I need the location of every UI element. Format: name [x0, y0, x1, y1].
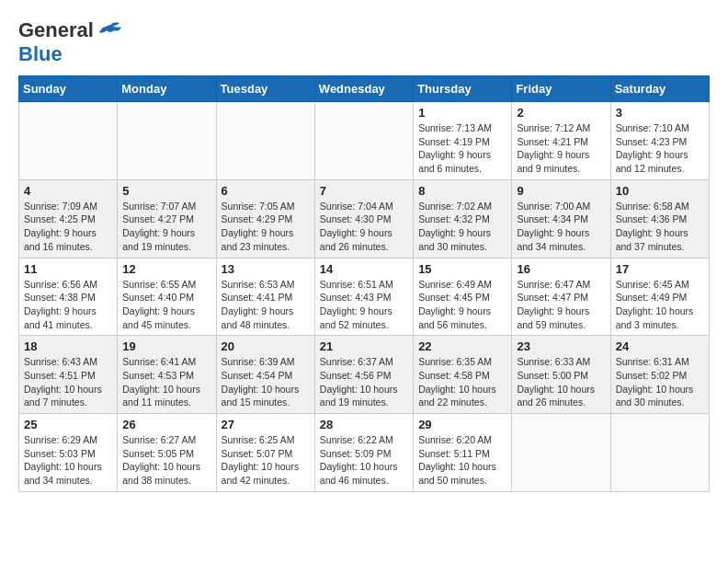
day-info: Sunrise: 6:45 AMSunset: 4:49 PMDaylight:…	[616, 278, 704, 332]
day-number: 18	[24, 339, 112, 353]
day-info: Sunrise: 7:09 AMSunset: 4:25 PMDaylight:…	[24, 200, 112, 254]
day-number: 29	[418, 418, 506, 431]
logo-bird-icon	[97, 21, 123, 40]
calendar-cell	[610, 414, 709, 492]
calendar-cell: 18Sunrise: 6:43 AMSunset: 4:51 PMDayligh…	[19, 336, 118, 414]
day-number: 24	[616, 339, 704, 353]
header-tuesday: Tuesday	[216, 76, 314, 102]
calendar-week-row: 25Sunrise: 6:29 AMSunset: 5:03 PMDayligh…	[19, 414, 710, 492]
day-number: 6	[222, 184, 310, 198]
day-number: 17	[616, 262, 704, 276]
day-info: Sunrise: 6:41 AMSunset: 4:53 PMDaylight:…	[122, 355, 210, 409]
calendar-cell: 13Sunrise: 6:53 AMSunset: 4:41 PMDayligh…	[216, 258, 314, 336]
day-number: 20	[222, 339, 310, 353]
logo: General Blue	[18, 18, 123, 66]
day-number: 19	[122, 339, 210, 353]
day-number: 21	[320, 339, 408, 353]
day-number: 9	[517, 184, 605, 198]
calendar-cell: 20Sunrise: 6:39 AMSunset: 4:54 PMDayligh…	[216, 336, 314, 414]
calendar-cell: 15Sunrise: 6:49 AMSunset: 4:45 PMDayligh…	[414, 258, 512, 336]
calendar-cell: 5Sunrise: 7:07 AMSunset: 4:27 PMDaylight…	[118, 179, 216, 258]
day-number: 15	[418, 262, 506, 276]
day-info: Sunrise: 6:47 AMSunset: 4:47 PMDaylight:…	[517, 278, 605, 332]
day-number: 3	[616, 106, 704, 120]
day-info: Sunrise: 6:29 AMSunset: 5:03 PMDaylight:…	[24, 433, 112, 488]
day-info: Sunrise: 6:53 AMSunset: 4:41 PMDaylight:…	[222, 278, 310, 332]
calendar-cell: 10Sunrise: 6:58 AMSunset: 4:36 PMDayligh…	[610, 179, 709, 258]
calendar-week-row: 11Sunrise: 6:56 AMSunset: 4:38 PMDayligh…	[19, 258, 710, 336]
calendar-cell: 17Sunrise: 6:45 AMSunset: 4:49 PMDayligh…	[610, 258, 709, 336]
header-sunday: Sunday	[19, 76, 118, 102]
calendar-cell: 19Sunrise: 6:41 AMSunset: 4:53 PMDayligh…	[118, 336, 216, 414]
day-info: Sunrise: 7:02 AMSunset: 4:32 PMDaylight:…	[418, 200, 506, 254]
calendar-cell: 11Sunrise: 6:56 AMSunset: 4:38 PMDayligh…	[19, 258, 118, 336]
calendar-cell	[512, 414, 610, 492]
logo-blue-text: Blue	[18, 42, 63, 65]
day-info: Sunrise: 7:00 AMSunset: 4:34 PMDaylight:…	[517, 200, 605, 254]
day-number: 16	[517, 262, 605, 276]
calendar-week-row: 1Sunrise: 7:13 AMSunset: 4:19 PMDaylight…	[19, 102, 710, 180]
day-number: 10	[616, 184, 704, 198]
day-info: Sunrise: 6:55 AMSunset: 4:40 PMDaylight:…	[122, 278, 210, 332]
calendar-cell: 3Sunrise: 7:10 AMSunset: 4:23 PMDaylight…	[610, 102, 709, 180]
calendar-cell: 22Sunrise: 6:35 AMSunset: 4:58 PMDayligh…	[414, 336, 512, 414]
calendar-cell: 6Sunrise: 7:05 AMSunset: 4:29 PMDaylight…	[216, 179, 314, 258]
day-number: 22	[418, 339, 506, 353]
day-info: Sunrise: 6:27 AMSunset: 5:05 PMDaylight:…	[122, 433, 210, 488]
day-info: Sunrise: 6:25 AMSunset: 5:07 PMDaylight:…	[222, 433, 310, 488]
logo-general-text: General	[18, 18, 94, 42]
day-number: 26	[122, 418, 210, 431]
header-friday: Friday	[512, 76, 610, 102]
day-info: Sunrise: 6:49 AMSunset: 4:45 PMDaylight:…	[418, 278, 506, 332]
day-info: Sunrise: 7:12 AMSunset: 4:21 PMDaylight:…	[517, 121, 605, 176]
day-number: 25	[24, 418, 112, 431]
day-info: Sunrise: 6:56 AMSunset: 4:38 PMDaylight:…	[24, 278, 112, 332]
day-number: 4	[24, 184, 112, 198]
day-info: Sunrise: 6:58 AMSunset: 4:36 PMDaylight:…	[616, 200, 704, 254]
day-info: Sunrise: 7:10 AMSunset: 4:23 PMDaylight:…	[616, 121, 704, 176]
header-wednesday: Wednesday	[314, 76, 413, 102]
calendar-cell: 23Sunrise: 6:33 AMSunset: 5:00 PMDayligh…	[512, 336, 610, 414]
calendar-cell	[314, 102, 413, 180]
calendar-table: SundayMondayTuesdayWednesdayThursdayFrid…	[18, 75, 710, 492]
calendar-cell: 7Sunrise: 7:04 AMSunset: 4:30 PMDaylight…	[314, 179, 413, 258]
calendar-cell: 26Sunrise: 6:27 AMSunset: 5:05 PMDayligh…	[118, 414, 216, 492]
day-number: 11	[24, 262, 112, 276]
day-number: 1	[418, 106, 506, 120]
day-number: 5	[122, 184, 210, 198]
day-info: Sunrise: 6:31 AMSunset: 5:02 PMDaylight:…	[616, 355, 704, 409]
calendar-cell	[216, 102, 314, 180]
day-info: Sunrise: 7:13 AMSunset: 4:19 PMDaylight:…	[418, 121, 506, 176]
calendar-cell: 24Sunrise: 6:31 AMSunset: 5:02 PMDayligh…	[610, 336, 709, 414]
page-header: General Blue	[18, 18, 710, 66]
calendar-cell	[118, 102, 216, 180]
header-thursday: Thursday	[414, 76, 512, 102]
day-info: Sunrise: 7:05 AMSunset: 4:29 PMDaylight:…	[222, 200, 310, 254]
day-number: 27	[222, 418, 310, 431]
calendar-cell: 27Sunrise: 6:25 AMSunset: 5:07 PMDayligh…	[216, 414, 314, 492]
calendar-cell: 1Sunrise: 7:13 AMSunset: 4:19 PMDaylight…	[414, 102, 512, 180]
day-info: Sunrise: 6:22 AMSunset: 5:09 PMDaylight:…	[320, 433, 408, 488]
day-info: Sunrise: 6:20 AMSunset: 5:11 PMDaylight:…	[418, 433, 506, 488]
day-number: 12	[122, 262, 210, 276]
calendar-week-row: 18Sunrise: 6:43 AMSunset: 4:51 PMDayligh…	[19, 336, 710, 414]
calendar-cell: 8Sunrise: 7:02 AMSunset: 4:32 PMDaylight…	[414, 179, 512, 258]
calendar-cell: 29Sunrise: 6:20 AMSunset: 5:11 PMDayligh…	[414, 414, 512, 492]
calendar-cell: 9Sunrise: 7:00 AMSunset: 4:34 PMDaylight…	[512, 179, 610, 258]
day-number: 8	[418, 184, 506, 198]
day-info: Sunrise: 6:33 AMSunset: 5:00 PMDaylight:…	[517, 355, 605, 409]
header-saturday: Saturday	[610, 76, 709, 102]
calendar-cell: 21Sunrise: 6:37 AMSunset: 4:56 PMDayligh…	[314, 336, 413, 414]
header-monday: Monday	[118, 76, 216, 102]
day-number: 7	[320, 184, 408, 198]
calendar-cell: 12Sunrise: 6:55 AMSunset: 4:40 PMDayligh…	[118, 258, 216, 336]
calendar-header-row: SundayMondayTuesdayWednesdayThursdayFrid…	[19, 76, 710, 102]
calendar-cell: 14Sunrise: 6:51 AMSunset: 4:43 PMDayligh…	[314, 258, 413, 336]
day-info: Sunrise: 7:07 AMSunset: 4:27 PMDaylight:…	[122, 200, 210, 254]
day-number: 14	[320, 262, 408, 276]
calendar-cell: 16Sunrise: 6:47 AMSunset: 4:47 PMDayligh…	[512, 258, 610, 336]
day-info: Sunrise: 6:51 AMSunset: 4:43 PMDaylight:…	[320, 278, 408, 332]
day-info: Sunrise: 6:39 AMSunset: 4:54 PMDaylight:…	[222, 355, 310, 409]
day-info: Sunrise: 7:04 AMSunset: 4:30 PMDaylight:…	[320, 200, 408, 254]
day-number: 28	[320, 418, 408, 431]
